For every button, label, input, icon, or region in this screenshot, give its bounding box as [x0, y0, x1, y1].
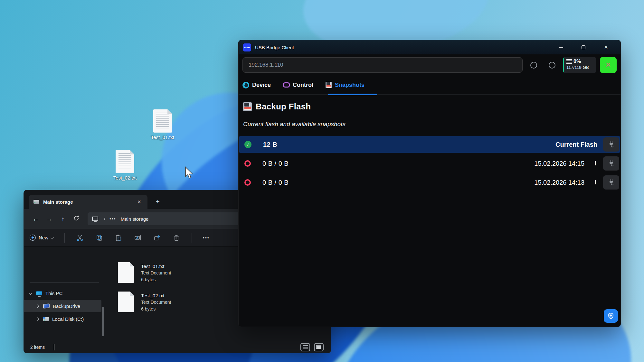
status-indicator-2 [549, 62, 555, 69]
text-file-icon [118, 262, 134, 283]
minimize-button[interactable] [550, 40, 572, 54]
info-button[interactable]: i [593, 179, 597, 186]
snapshot-row[interactable]: 0 B / 0 B 15.02.2026 14:13 i [239, 174, 620, 191]
cut-button[interactable] [76, 234, 84, 242]
plus-circle-icon: + [30, 235, 36, 241]
info-button[interactable]: i [593, 160, 597, 167]
chevron-right-icon [36, 317, 39, 320]
new-tab-button[interactable]: + [156, 198, 160, 206]
sidebar-item-this-pc[interactable]: This PC [24, 287, 101, 299]
copy-button[interactable] [95, 234, 103, 242]
mount-button[interactable] [603, 175, 619, 190]
chevron-right-icon [102, 217, 106, 220]
chevron-down-icon [29, 292, 32, 295]
text-file-icon [116, 150, 134, 173]
desktop-icon-label: Test_01.txt [143, 135, 183, 140]
sidebar-item-label: BackupDrive [53, 303, 80, 309]
tab-device[interactable]: Device [242, 82, 271, 88]
shield-icon [607, 312, 615, 320]
tab-snapshots[interactable]: Snapshots [326, 82, 365, 88]
desktop-icon-test02[interactable]: Test_02.txt [105, 150, 145, 181]
usb-app-icon: USB [243, 43, 251, 51]
usb-tabs: Device Control Snapshots [239, 80, 620, 90]
page-heading: Backup Flash [243, 102, 617, 112]
nav-scrollbar[interactable] [102, 307, 104, 336]
details-view-button[interactable] [300, 343, 310, 351]
floppy-disk-icon [243, 102, 252, 111]
breadcrumb-ellipsis-icon[interactable]: ••• [109, 216, 116, 221]
sidebar-item-local-disk[interactable]: Local Disk (C:) [24, 313, 101, 325]
floppy-disk-icon [326, 82, 332, 88]
tab-close-icon[interactable]: ✕ [135, 199, 143, 205]
sidebar-item-label: Local Disk (C:) [52, 316, 84, 322]
current-flash-label: Current Flash [555, 141, 597, 148]
mount-button[interactable] [603, 137, 619, 152]
rename-button[interactable] [134, 234, 142, 242]
local-disk-icon [43, 317, 49, 321]
toolbar-divider [192, 233, 192, 243]
snapshot-size: 0 B / 0 B [262, 160, 289, 167]
snapshot-row[interactable]: 0 B / 0 B 15.02.2026 14:15 i [239, 155, 620, 172]
empty-ring-icon [244, 160, 251, 167]
file-name: Test_01.txt [141, 263, 171, 270]
sidebar-item-backupdrive[interactable]: BackupDrive [24, 300, 101, 312]
disconnect-button[interactable]: ✕ [600, 57, 617, 73]
desktop-icon-label: Test_02.txt [105, 175, 145, 181]
status-caret [54, 344, 54, 350]
paste-button[interactable] [114, 234, 123, 242]
text-file-icon [118, 292, 134, 312]
more-options-button[interactable]: ••• [203, 235, 210, 240]
chevron-down-icon [51, 236, 54, 239]
tab-control[interactable]: Control [283, 82, 313, 88]
this-pc-icon [36, 291, 42, 295]
breadcrumb-location[interactable]: Main storage [121, 216, 149, 222]
close-button[interactable]: ✕ [595, 40, 617, 54]
ip-address-input[interactable] [242, 57, 523, 73]
snapshot-row-current[interactable]: ✓ 12 B Current Flash [239, 136, 620, 153]
tab-title: Main storage [43, 199, 73, 205]
refresh-button[interactable] [70, 215, 83, 223]
usb-bridge-window: USB USB Bridge Client ✕ 0% 117/119 GB ✕ … [238, 40, 621, 327]
file-size: 6 bytes [141, 306, 171, 312]
maximize-icon [582, 45, 585, 49]
tab-label: Device [252, 82, 271, 88]
usb-title-bar[interactable]: USB USB Bridge Client ✕ [239, 40, 620, 54]
sidebar-item-label: This PC [45, 291, 62, 296]
security-shield-button[interactable] [604, 309, 618, 323]
page-subtitle: Current flash and available snapshots [243, 121, 617, 128]
delete-button[interactable] [172, 234, 181, 242]
new-button[interactable]: + New [30, 235, 53, 241]
forward-button[interactable]: → [43, 215, 56, 223]
file-type: Text Document [141, 299, 171, 306]
x-icon: ✕ [605, 61, 611, 69]
mount-button[interactable] [603, 156, 619, 171]
page-title: Backup Flash [256, 102, 311, 112]
desktop-icon-test01[interactable]: Test_01.txt [143, 109, 183, 140]
maximize-button[interactable] [572, 40, 595, 54]
file-size: 6 bytes [141, 276, 171, 283]
snapshot-size: 0 B / 0 B [262, 179, 289, 186]
explorer-tab-main-storage[interactable]: Main storage ✕ [29, 195, 147, 209]
tabs-divider [239, 94, 620, 95]
device-icon [242, 82, 249, 88]
check-circle-icon: ✓ [244, 141, 251, 148]
active-tab-indicator [328, 94, 377, 95]
back-button[interactable]: ← [29, 215, 43, 223]
mouse-cursor [185, 166, 194, 181]
tab-label: Snapshots [335, 82, 365, 88]
window-title: USB Bridge Client [255, 45, 294, 50]
this-pc-icon [92, 217, 98, 221]
large-icons-view-button[interactable] [314, 343, 324, 351]
file-name: Test_02.txt [141, 292, 171, 299]
tab-indicator-zone [239, 93, 620, 95]
toolbar-divider [64, 233, 65, 243]
tab-label: Control [293, 82, 313, 88]
explorer-status-bar: 2 items [24, 341, 331, 353]
snapshot-timestamp: 15.02.2026 14:15 [534, 160, 584, 167]
storage-list-icon [566, 59, 572, 64]
status-indicator-1 [530, 62, 537, 69]
up-button[interactable]: ↑ [56, 215, 70, 223]
backup-drive-icon [43, 303, 50, 308]
details-view-icon [303, 345, 308, 349]
share-button[interactable] [153, 234, 161, 242]
